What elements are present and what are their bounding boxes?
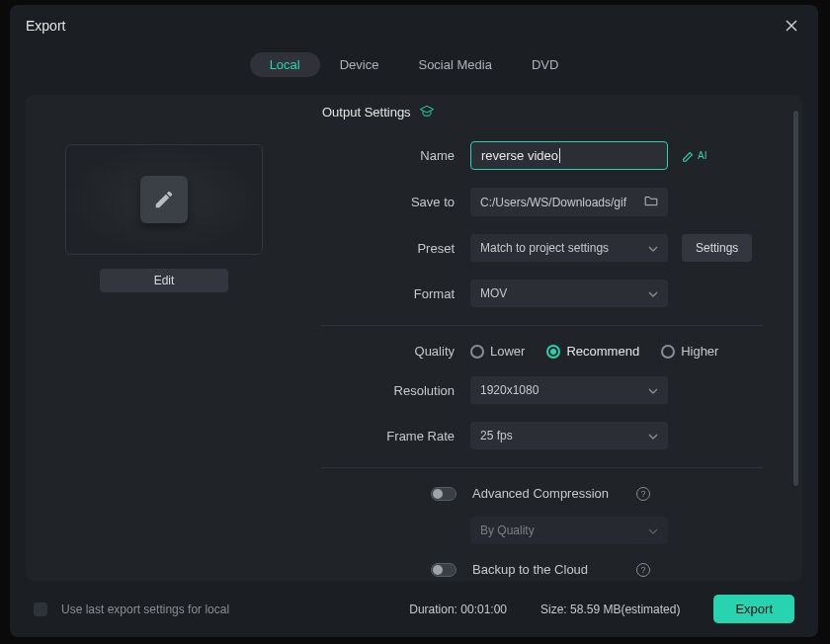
output-settings-heading: Output Settings bbox=[322, 105, 763, 120]
tab-dvd[interactable]: DVD bbox=[512, 52, 578, 77]
advcomp-mode-row: By Quality bbox=[322, 517, 763, 544]
preset-settings-button[interactable]: Settings bbox=[682, 234, 752, 262]
size-value: 58.59 MB(estimated) bbox=[570, 603, 680, 616]
export-button[interactable]: Export bbox=[713, 595, 794, 623]
divider bbox=[322, 325, 763, 326]
folder-icon[interactable] bbox=[644, 195, 658, 209]
name-input[interactable]: reverse video bbox=[470, 141, 668, 170]
advcomp-toggle[interactable] bbox=[431, 487, 456, 501]
preset-row: Preset Match to project settings Setting… bbox=[322, 234, 763, 262]
duration-value: 00:01:00 bbox=[460, 603, 507, 616]
chevron-down-icon bbox=[648, 241, 658, 255]
close-icon[interactable] bbox=[781, 15, 802, 37]
quality-recommend-label: Recommend bbox=[566, 344, 639, 359]
help-icon[interactable]: ? bbox=[636, 487, 650, 501]
quality-higher[interactable]: Higher bbox=[661, 344, 718, 359]
export-tabs: Local Device Social Media DVD bbox=[10, 52, 818, 77]
saveto-row: Save to C:/Users/WS/Downloads/gif bbox=[322, 188, 763, 216]
framerate-label: Frame Rate bbox=[322, 429, 470, 443]
preview-pane: Edit bbox=[26, 95, 302, 581]
saveto-path[interactable]: C:/Users/WS/Downloads/gif bbox=[470, 188, 668, 216]
resolution-value: 1920x1080 bbox=[480, 383, 539, 397]
saveto-label: Save to bbox=[322, 195, 470, 209]
use-last-label: Use last export settings for local bbox=[61, 603, 229, 616]
size-label: Size: bbox=[540, 603, 567, 616]
quality-recommend[interactable]: Recommend bbox=[546, 344, 639, 359]
quality-label: Quality bbox=[322, 344, 470, 359]
format-value: MOV bbox=[480, 286, 507, 300]
scrollbar-thumb[interactable] bbox=[793, 111, 798, 486]
duration-label: Duration: bbox=[409, 603, 457, 616]
format-select[interactable]: MOV bbox=[470, 280, 668, 307]
titlebar: Export bbox=[10, 5, 818, 44]
backup-row: Backup to the Cloud ? bbox=[322, 562, 763, 577]
advcomp-mode-select: By Quality bbox=[470, 517, 668, 544]
preview-thumbnail bbox=[65, 144, 263, 255]
tab-device[interactable]: Device bbox=[320, 52, 399, 77]
resolution-select[interactable]: 1920x1080 bbox=[470, 376, 668, 404]
name-row: Name reverse video AI bbox=[322, 141, 763, 170]
backup-label: Backup to the Cloud bbox=[472, 562, 621, 577]
framerate-row: Frame Rate 25 fps bbox=[322, 422, 763, 449]
tab-social-media[interactable]: Social Media bbox=[398, 52, 511, 77]
chevron-down-icon bbox=[648, 429, 658, 443]
saveto-value: C:/Users/WS/Downloads/gif bbox=[480, 196, 626, 209]
quality-row: Quality Lower Recommend High bbox=[322, 344, 763, 359]
resolution-label: Resolution bbox=[322, 383, 470, 398]
name-label: Name bbox=[322, 148, 470, 163]
backup-toggle[interactable] bbox=[431, 563, 456, 577]
edit-placeholder-icon bbox=[140, 176, 188, 223]
use-last-checkbox[interactable] bbox=[34, 603, 47, 616]
quality-lower[interactable]: Lower bbox=[470, 344, 525, 359]
format-label: Format bbox=[322, 286, 470, 301]
framerate-select[interactable]: 25 fps bbox=[470, 422, 668, 449]
advcomp-row: Advanced Compression ? bbox=[322, 486, 763, 501]
graduation-icon[interactable] bbox=[419, 105, 435, 120]
scrollbar[interactable] bbox=[793, 111, 798, 545]
footer: Use last export settings for local Durat… bbox=[10, 581, 818, 637]
advcomp-mode-value: By Quality bbox=[480, 523, 535, 537]
settings-pane: Output Settings Name reverse video AI Sa… bbox=[302, 95, 802, 581]
duration-stat: Duration: 00:01:00 bbox=[409, 603, 507, 616]
format-row: Format MOV bbox=[322, 280, 763, 307]
preset-label: Preset bbox=[322, 241, 470, 256]
quality-radio-group: Lower Recommend Higher bbox=[470, 344, 718, 359]
preset-value: Match to project settings bbox=[480, 241, 609, 255]
framerate-value: 25 fps bbox=[480, 429, 513, 443]
edit-button[interactable]: Edit bbox=[100, 269, 228, 292]
chevron-down-icon bbox=[648, 383, 658, 397]
ai-rename-icon[interactable]: AI bbox=[682, 149, 706, 163]
chevron-down-icon bbox=[648, 286, 658, 300]
section-title: Output Settings bbox=[322, 105, 411, 120]
preset-select[interactable]: Match to project settings bbox=[470, 234, 668, 262]
export-dialog: Export Local Device Social Media DVD Edi… bbox=[10, 5, 818, 637]
help-icon[interactable]: ? bbox=[636, 563, 650, 577]
chevron-down-icon bbox=[648, 523, 658, 537]
advcomp-label: Advanced Compression bbox=[472, 486, 621, 501]
content: Edit Output Settings Name reverse video … bbox=[26, 95, 802, 581]
size-stat: Size: 58.59 MB(estimated) bbox=[540, 603, 680, 616]
resolution-row: Resolution 1920x1080 bbox=[322, 376, 763, 404]
tab-local[interactable]: Local bbox=[250, 52, 320, 77]
quality-higher-label: Higher bbox=[681, 344, 718, 359]
divider bbox=[322, 467, 763, 468]
quality-lower-label: Lower bbox=[490, 344, 525, 359]
dialog-title: Export bbox=[26, 18, 65, 34]
